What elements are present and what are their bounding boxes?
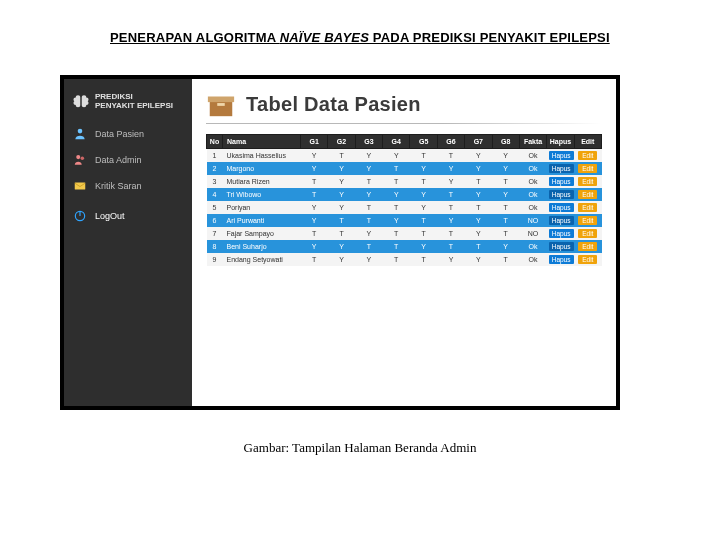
sidebar-item-label: Data Pasien	[95, 129, 144, 139]
svg-point-2	[81, 157, 85, 161]
hapus-button[interactable]: Hapus	[549, 242, 574, 251]
table-cell: Y	[383, 149, 410, 163]
table-cell: Y	[492, 162, 519, 175]
table-cell: T	[383, 240, 410, 253]
hapus-cell: Hapus	[547, 201, 574, 214]
table-cell: Mutiara Rizen	[223, 175, 301, 188]
table-cell: Y	[492, 149, 519, 163]
table-cell: Ok	[519, 240, 546, 253]
power-icon	[72, 208, 88, 224]
table-cell: T	[492, 253, 519, 266]
title-prefix: PENERAPAN ALGORITMA	[110, 30, 280, 45]
hapus-button[interactable]: Hapus	[549, 203, 574, 212]
edit-button[interactable]: Edit	[578, 216, 597, 225]
table-cell: Ok	[519, 175, 546, 188]
hapus-cell: Hapus	[547, 162, 574, 175]
hapus-cell: Hapus	[547, 175, 574, 188]
edit-button[interactable]: Edit	[578, 242, 597, 251]
table-cell: Ok	[519, 149, 546, 163]
table-cell: Y	[437, 162, 464, 175]
admin-icon	[72, 152, 88, 168]
table-cell: Y	[301, 201, 328, 214]
sidebar-item-data-admin[interactable]: Data Admin	[64, 147, 192, 173]
table-cell: Y	[437, 214, 464, 227]
table-cell: Y	[492, 240, 519, 253]
sidebar-item-label: Data Admin	[95, 155, 142, 165]
table-cell: Y	[328, 188, 355, 201]
table-cell: Ari Purwanti	[223, 214, 301, 227]
hapus-cell: Hapus	[547, 240, 574, 253]
table-cell: Y	[437, 175, 464, 188]
table-cell: T	[328, 214, 355, 227]
table-cell: Fajar Sampayo	[223, 227, 301, 240]
figure-caption: Gambar: Tampilan Halaman Beranda Admin	[60, 440, 660, 456]
table-cell: 7	[207, 227, 223, 240]
edit-button[interactable]: Edit	[578, 190, 597, 199]
table-cell: Y	[328, 162, 355, 175]
hapus-button[interactable]: Hapus	[549, 151, 574, 160]
table-cell: Ok	[519, 162, 546, 175]
table-cell: Y	[465, 188, 492, 201]
table-cell: T	[383, 227, 410, 240]
table-cell: T	[410, 149, 437, 163]
svg-rect-7	[208, 97, 234, 103]
hapus-cell: Hapus	[547, 253, 574, 266]
edit-cell: Edit	[574, 149, 601, 163]
table-cell: Y	[328, 201, 355, 214]
hapus-button[interactable]: Hapus	[549, 190, 574, 199]
table-cell: T	[437, 227, 464, 240]
table-body: 1Ukasima HasseliusYTYYTTYYOkHapusEdit2Ma…	[207, 149, 602, 267]
table-header-cell: G1	[301, 135, 328, 149]
table-cell: Y	[301, 149, 328, 163]
table-cell: T	[492, 175, 519, 188]
table-header-cell: G5	[410, 135, 437, 149]
hapus-button[interactable]: Hapus	[549, 229, 574, 238]
edit-button[interactable]: Edit	[578, 255, 597, 264]
sidebar-item-logout[interactable]: LogOut	[64, 203, 192, 229]
table-row: 7Fajar SampayoTTYTTTYTNOHapusEdit	[207, 227, 602, 240]
table-row: 3Mutiara RizenTYTTTYTTOkHapusEdit	[207, 175, 602, 188]
edit-button[interactable]: Edit	[578, 164, 597, 173]
table-cell: Y	[465, 162, 492, 175]
sidebar-item-label: LogOut	[95, 211, 125, 221]
table-cell: T	[437, 149, 464, 163]
table-cell: Y	[355, 162, 382, 175]
table-cell: 9	[207, 253, 223, 266]
table-cell: T	[492, 201, 519, 214]
table-cell: T	[355, 240, 382, 253]
table-cell: NO	[519, 214, 546, 227]
table-cell: Tri Wibowo	[223, 188, 301, 201]
table-cell: Y	[465, 253, 492, 266]
table-cell: Ok	[519, 201, 546, 214]
table-cell: Y	[383, 188, 410, 201]
table-cell: T	[383, 201, 410, 214]
edit-button[interactable]: Edit	[578, 151, 597, 160]
hapus-button[interactable]: Hapus	[549, 177, 574, 186]
hapus-button[interactable]: Hapus	[549, 255, 574, 264]
data-table: NoNamaG1G2G3G4G5G6G7G8FaktaHapusEdit 1Uk…	[206, 134, 602, 266]
table-header-cell: G4	[383, 135, 410, 149]
table-cell: T	[301, 175, 328, 188]
hapus-button[interactable]: Hapus	[549, 216, 574, 225]
table-cell: T	[465, 201, 492, 214]
table-cell: T	[492, 227, 519, 240]
edit-button[interactable]: Edit	[578, 229, 597, 238]
table-cell: Y	[355, 227, 382, 240]
content-header: Tabel Data Pasien	[206, 89, 602, 119]
table-cell: 3	[207, 175, 223, 188]
sidebar-item-kritik-saran[interactable]: Kritik Saran	[64, 173, 192, 199]
table-header-cell: G3	[355, 135, 382, 149]
edit-button[interactable]: Edit	[578, 203, 597, 212]
hapus-cell: Hapus	[547, 227, 574, 240]
hapus-button[interactable]: Hapus	[549, 164, 574, 173]
table-cell: T	[301, 227, 328, 240]
table-cell: 1	[207, 149, 223, 163]
table-cell: Y	[492, 188, 519, 201]
hapus-cell: Hapus	[547, 188, 574, 201]
hapus-cell: Hapus	[547, 214, 574, 227]
edit-button[interactable]: Edit	[578, 177, 597, 186]
table-cell: T	[410, 214, 437, 227]
sidebar-item-data-pasien[interactable]: Data Pasien	[64, 121, 192, 147]
table-cell: T	[437, 240, 464, 253]
table-row: 9Endang SetyowatiTYYTTYYTOkHapusEdit	[207, 253, 602, 266]
